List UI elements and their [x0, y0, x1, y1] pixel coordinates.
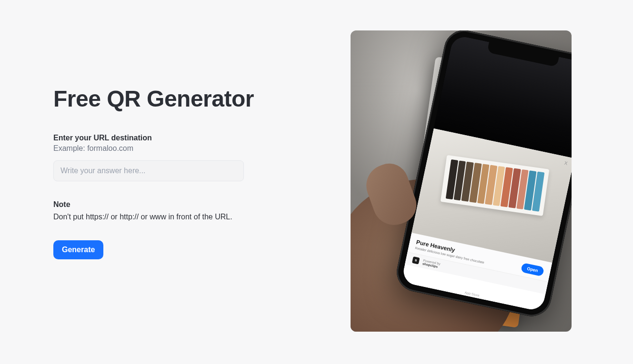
shopclips-icon: s — [412, 256, 420, 265]
note-block: Note Don't put https:// or http:// or ww… — [53, 200, 320, 221]
chocolate-box — [441, 155, 550, 216]
note-text: Don't put https:// or http:// or www in … — [53, 213, 320, 221]
form-panel: Free QR Generator Enter your URL destina… — [53, 30, 320, 364]
hero-panel: X Pure Heav — [351, 30, 572, 364]
generate-button[interactable]: Generate — [53, 240, 103, 259]
page-title: Free QR Generator — [53, 86, 320, 112]
main-container: Free QR Generator Enter your URL destina… — [0, 0, 633, 364]
close-icon: X — [564, 160, 568, 166]
hero-image: X Pure Heav — [351, 30, 572, 332]
phone-open-button: Open — [521, 263, 544, 276]
url-input[interactable] — [53, 160, 244, 181]
url-field-example: Example: formaloo.com — [53, 144, 320, 153]
url-field-label: Enter your URL destination — [53, 134, 320, 142]
url-field-group: Enter your URL destination Example: form… — [53, 134, 320, 181]
note-label: Note — [53, 200, 320, 209]
